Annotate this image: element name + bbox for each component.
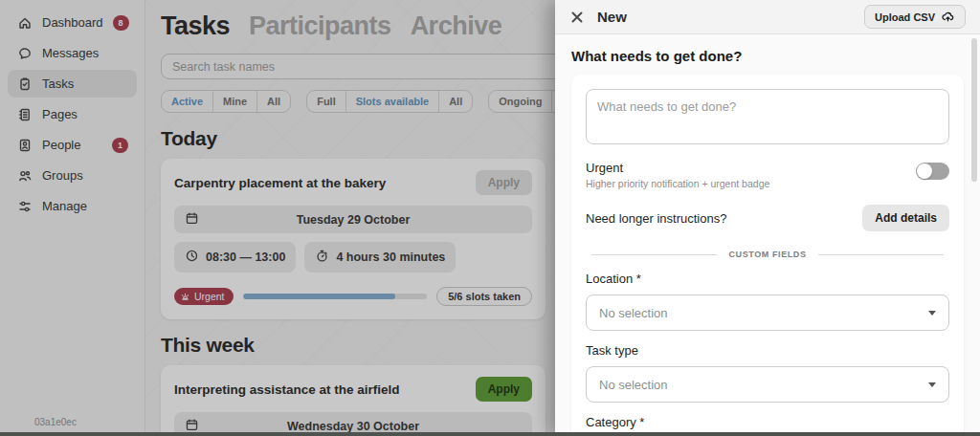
new-task-form: Urgent Higher priority notification + ur… xyxy=(571,75,964,436)
custom-fields-divider: CUSTOM FIELDS xyxy=(591,250,944,259)
chevron-down-icon xyxy=(928,311,936,316)
new-task-drawer: New Upload CSV What needs to get done? U… xyxy=(555,0,980,436)
chevron-down-icon xyxy=(928,382,936,387)
urgent-hint: Higher priority notification + urgent ba… xyxy=(586,178,769,189)
field-label-location: Location * xyxy=(586,272,949,286)
location-select-value: No selection xyxy=(599,306,668,320)
upload-csv-label: Upload CSV xyxy=(875,11,935,23)
task-type-select[interactable]: No selection xyxy=(586,366,949,403)
drawer-title: New xyxy=(597,9,627,25)
location-select[interactable]: No selection xyxy=(586,294,949,331)
divider-line xyxy=(591,254,717,255)
divider-line xyxy=(818,254,944,255)
cloud-upload-icon xyxy=(941,10,955,24)
field-label-category: Category * xyxy=(586,415,949,429)
toggle-knob xyxy=(917,164,932,179)
urgent-toggle[interactable] xyxy=(916,163,949,180)
task-type-select-value: No selection xyxy=(599,378,668,392)
instructions-label: Need longer instructions? xyxy=(586,211,726,226)
add-details-button[interactable]: Add details xyxy=(862,205,949,231)
form-heading: What needs to get done? xyxy=(571,48,964,64)
upload-csv-button[interactable]: Upload CSV xyxy=(864,5,966,29)
window-bottom-edge xyxy=(0,432,980,436)
modal-overlay[interactable] xyxy=(0,0,555,436)
drawer-body: What needs to get done? Urgent Higher pr… xyxy=(555,34,980,436)
close-icon[interactable] xyxy=(569,10,585,25)
field-label-task-type: Task type xyxy=(586,343,949,358)
urgent-label: Urgent xyxy=(586,161,769,175)
drawer-header: New Upload CSV xyxy=(555,0,980,34)
instructions-row: Need longer instructions? Add details xyxy=(586,205,949,231)
drawer-scrollbar[interactable] xyxy=(971,38,977,182)
divider-label: CUSTOM FIELDS xyxy=(728,250,806,259)
app-window: Dashboard 8 Messages Tasks Pages Peopl xyxy=(0,0,980,436)
urgent-row: Urgent Higher priority notification + ur… xyxy=(586,161,949,189)
task-name-input[interactable] xyxy=(586,89,949,144)
